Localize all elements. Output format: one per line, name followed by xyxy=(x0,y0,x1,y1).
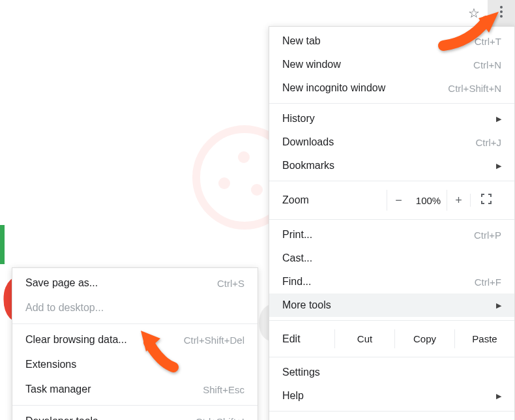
menu-cast[interactable]: Cast... xyxy=(269,247,514,270)
menu-new-incognito[interactable]: New incognito window Ctrl+Shift+N xyxy=(269,76,514,100)
zoom-value: 100% xyxy=(410,195,447,206)
menu-divider xyxy=(269,103,514,104)
chevron-right-icon: ▶ xyxy=(496,392,501,400)
menu-shortcut: Ctrl+J xyxy=(475,137,501,148)
submenu-save-page-as[interactable]: Save page as... Ctrl+S xyxy=(12,271,258,295)
menu-downloads[interactable]: Downloads Ctrl+J xyxy=(269,130,514,154)
menu-label: Developer tools xyxy=(25,415,183,420)
menu-label: New incognito window xyxy=(282,82,435,94)
menu-help[interactable]: Help ▶ xyxy=(269,384,514,408)
menu-divider xyxy=(269,357,514,357)
menu-label: New window xyxy=(282,59,460,70)
menu-divider xyxy=(269,181,514,181)
menu-shortcut: Ctrl+S xyxy=(217,278,244,289)
cut-button[interactable]: Cut xyxy=(334,329,394,348)
menu-exit[interactable]: Exit Ctrl+Shift+Q xyxy=(269,415,514,420)
menu-label: Save page as... xyxy=(25,277,204,289)
submenu-add-to-desktop[interactable]: Add to desktop... xyxy=(12,295,258,320)
menu-shortcut: Ctrl+Shift+Del xyxy=(184,335,244,346)
menu-label: History xyxy=(282,113,488,125)
menu-new-window[interactable]: New window Ctrl+N xyxy=(269,53,514,76)
menu-label: New tab xyxy=(282,35,462,47)
edit-label: Edit xyxy=(282,333,334,345)
menu-shortcut: Ctrl+P xyxy=(474,230,501,241)
menu-history[interactable]: History ▶ xyxy=(269,107,514,130)
menu-print[interactable]: Print... Ctrl+P xyxy=(269,223,514,247)
zoom-out-button[interactable]: − xyxy=(387,190,410,211)
menu-label: Cast... xyxy=(282,252,501,264)
copy-button[interactable]: Copy xyxy=(394,329,454,348)
menu-shortcut: Ctrl+Shift+I xyxy=(196,416,244,421)
menu-label: Help xyxy=(282,390,488,402)
menu-label: Find... xyxy=(282,276,462,288)
menu-shortcut: Ctrl+F xyxy=(475,277,501,288)
menu-label: Downloads xyxy=(282,136,462,148)
chrome-main-menu: New tab Ctrl+T New window Ctrl+N New inc… xyxy=(269,26,515,420)
annotation-arrow-menu xyxy=(437,7,508,55)
menu-label: Bookmarks xyxy=(282,160,488,172)
menu-shortcut: Ctrl+N xyxy=(473,59,501,70)
menu-more-tools[interactable]: More tools ▶ xyxy=(269,293,514,317)
paste-button[interactable]: Paste xyxy=(454,329,514,348)
menu-label: Print... xyxy=(282,229,461,241)
menu-label: More tools xyxy=(282,299,488,311)
zoom-label: Zoom xyxy=(282,194,387,206)
menu-divider xyxy=(12,405,258,406)
menu-label: Add to desktop... xyxy=(25,302,244,314)
fullscreen-icon xyxy=(481,194,492,207)
submenu-developer-tools[interactable]: Developer tools Ctrl+Shift+I xyxy=(12,409,258,420)
annotation-arrow-clear-data xyxy=(134,327,186,375)
menu-bookmarks[interactable]: Bookmarks ▶ xyxy=(269,154,514,177)
menu-label: Task manager xyxy=(25,383,190,395)
submenu-task-manager[interactable]: Task manager Shift+Esc xyxy=(12,377,258,402)
menu-divider xyxy=(269,411,514,412)
menu-shortcut: Ctrl+Shift+N xyxy=(448,83,501,94)
fullscreen-button[interactable] xyxy=(470,194,501,207)
menu-find[interactable]: Find... Ctrl+F xyxy=(269,270,514,293)
menu-settings[interactable]: Settings xyxy=(269,361,514,384)
chevron-right-icon: ▶ xyxy=(496,162,501,170)
zoom-in-button[interactable]: + xyxy=(447,190,470,211)
menu-divider xyxy=(269,219,514,220)
menu-label: Settings xyxy=(282,367,501,378)
menu-zoom-row: Zoom − 100% + xyxy=(269,185,514,216)
menu-divider xyxy=(12,323,258,324)
chevron-right-icon: ▶ xyxy=(496,115,501,123)
menu-edit-row: Edit Cut Copy Paste xyxy=(269,324,514,353)
menu-divider xyxy=(269,320,514,321)
menu-shortcut: Shift+Esc xyxy=(203,384,244,395)
chevron-right-icon: ▶ xyxy=(496,301,501,310)
